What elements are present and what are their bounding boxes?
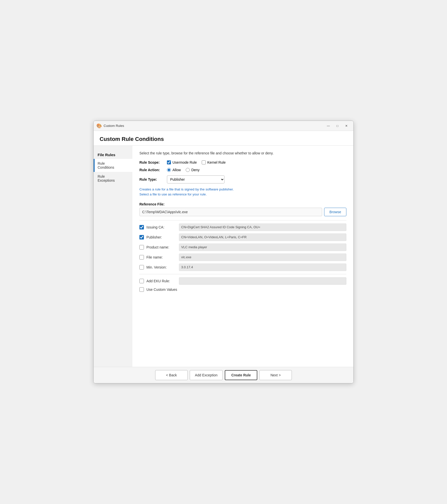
- titlebar: 🎨 Custom Rules — □ ✕: [94, 121, 353, 131]
- rule-action-row: Rule Action: Allow Deny: [139, 168, 346, 172]
- sidebar-item-label-rule-conditions: RuleConditions: [98, 161, 114, 169]
- rule-scope-label: Rule Scope:: [139, 160, 167, 164]
- usermode-rule-checkbox-label[interactable]: Usermode Rule: [167, 160, 197, 164]
- reference-file-row: Browse: [139, 208, 346, 216]
- product-name-checkbox[interactable]: [139, 245, 144, 249]
- product-name-label: Product name:: [146, 245, 179, 249]
- cert-row-file-name: File name: vlc.exe: [139, 254, 346, 261]
- rule-type-row: Rule Type: Publisher Path Hash: [139, 175, 346, 183]
- min-version-value: 3.0.17.4: [179, 264, 346, 271]
- divider-2: [139, 274, 346, 274]
- publisher-checkbox[interactable]: [139, 235, 144, 239]
- description-text: Select the rule type, browse for the ref…: [139, 151, 346, 156]
- rule-type-label: Rule Type:: [139, 177, 167, 181]
- reference-file-label: Reference File:: [139, 202, 346, 206]
- page-header: Custom Rule Conditions: [94, 131, 353, 146]
- kernel-rule-checkbox-label[interactable]: Kernel Rule: [202, 160, 226, 164]
- eku-rule-checkbox[interactable]: [139, 279, 144, 283]
- sidebar-item-rule-conditions[interactable]: RuleConditions: [94, 159, 132, 172]
- issuing-ca-value: CN=DigiCert SHA2 Assured ID Code Signing…: [179, 223, 346, 231]
- usermode-rule-label: Usermode Rule: [172, 160, 197, 164]
- cert-row-publisher: Publisher: CN=VideoLAN, O=VideoLAN, L=Pa…: [139, 233, 346, 241]
- rule-scope-row: Rule Scope: Usermode Rule Kernel Rule: [139, 160, 346, 164]
- publisher-value: CN=VideoLAN, O=VideoLAN, L=Paris, C=FR: [179, 233, 346, 241]
- main-window: 🎨 Custom Rules — □ ✕ Custom Rule Conditi…: [93, 121, 354, 383]
- issuing-ca-checkbox[interactable]: [139, 225, 144, 229]
- cert-row-issuing-ca: Issuing CA: CN=DigiCert SHA2 Assured ID …: [139, 223, 346, 231]
- kernel-rule-label: Kernel Rule: [207, 160, 226, 164]
- rule-type-select[interactable]: Publisher Path Hash: [167, 175, 225, 183]
- custom-values-checkbox[interactable]: [139, 287, 144, 292]
- main-content: Select the rule type, browse for the ref…: [132, 146, 353, 367]
- eku-rule-row: Add EKU Rule:: [139, 277, 346, 285]
- page-title: Custom Rule Conditions: [100, 136, 347, 142]
- cert-row-product-name: Product name: VLC media player: [139, 243, 346, 251]
- reference-file-input[interactable]: [139, 208, 322, 216]
- sidebar: File Rules RuleConditions RuleExceptions: [94, 146, 132, 367]
- back-button[interactable]: < Back: [155, 370, 188, 380]
- deny-radio[interactable]: [186, 168, 190, 172]
- rule-action-label: Rule Action:: [139, 168, 167, 172]
- eku-rule-value: [179, 277, 346, 285]
- minimize-button[interactable]: —: [324, 123, 332, 129]
- rule-scope-checkboxes: Usermode Rule Kernel Rule: [167, 160, 226, 164]
- browse-button[interactable]: Browse: [324, 208, 346, 216]
- hint-text: Creates a rule for a file that is signed…: [139, 187, 346, 197]
- allow-label: Allow: [172, 168, 181, 172]
- usermode-rule-checkbox[interactable]: [167, 160, 171, 164]
- content-area: File Rules RuleConditions RuleExceptions…: [94, 146, 353, 367]
- deny-label: Deny: [191, 168, 199, 172]
- window-title: Custom Rules: [104, 124, 324, 128]
- issuing-ca-label: Issuing CA:: [146, 225, 179, 229]
- kernel-rule-checkbox[interactable]: [202, 160, 206, 164]
- allow-radio[interactable]: [167, 168, 171, 172]
- deny-radio-label[interactable]: Deny: [186, 168, 199, 172]
- app-icon: 🎨: [97, 123, 102, 128]
- add-exception-button[interactable]: Add Exception: [190, 370, 223, 380]
- rule-action-radios: Allow Deny: [167, 168, 199, 172]
- file-name-label: File name:: [146, 255, 179, 259]
- publisher-label: Publisher:: [146, 235, 179, 239]
- product-name-value: VLC media player: [179, 243, 346, 251]
- min-version-label: Min. Version:: [146, 265, 179, 269]
- eku-rule-label: Add EKU Rule:: [146, 279, 179, 283]
- min-version-checkbox[interactable]: [139, 265, 144, 270]
- divider: [139, 220, 346, 220]
- file-name-checkbox[interactable]: [139, 255, 144, 260]
- footer: < Back Add Exception Create Rule Next >: [94, 367, 353, 383]
- close-button[interactable]: ✕: [342, 123, 350, 129]
- reference-file-section: Reference File: Browse: [139, 202, 346, 216]
- custom-values-label: Use Custom Values: [146, 288, 179, 292]
- allow-radio-label[interactable]: Allow: [167, 168, 181, 172]
- cert-fields: Issuing CA: CN=DigiCert SHA2 Assured ID …: [139, 223, 346, 292]
- sidebar-item-rule-exceptions[interactable]: RuleExceptions: [94, 172, 132, 185]
- maximize-button[interactable]: □: [333, 123, 341, 129]
- file-name-value: vlc.exe: [179, 254, 346, 261]
- sidebar-item-label-rule-exceptions: RuleExceptions: [98, 174, 115, 182]
- custom-values-row: Use Custom Values: [139, 287, 346, 292]
- sidebar-section-header: File Rules: [94, 150, 132, 159]
- titlebar-controls: — □ ✕: [324, 123, 350, 129]
- next-button[interactable]: Next >: [259, 370, 292, 380]
- create-rule-button[interactable]: Create Rule: [225, 370, 257, 380]
- cert-row-min-version: Min. Version: 3.0.17.4: [139, 264, 346, 271]
